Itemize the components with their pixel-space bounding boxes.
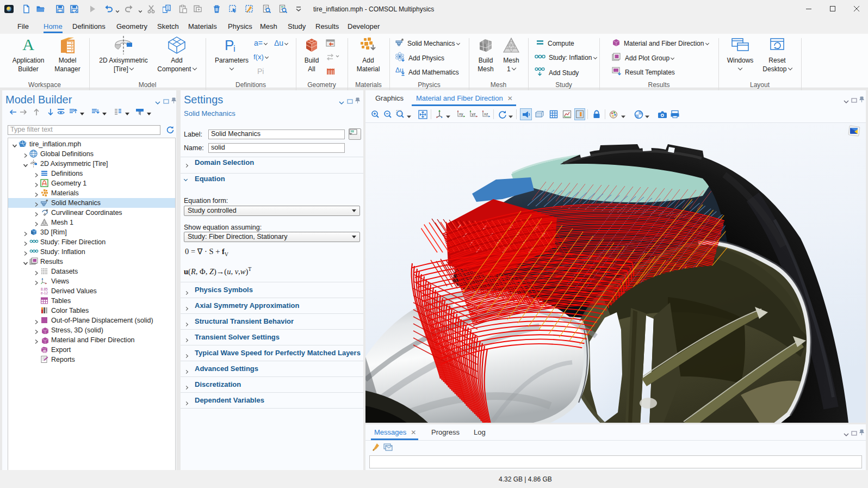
svg-text:yz: yz	[472, 112, 476, 116]
svg-text:8.85: 8.85	[41, 287, 48, 291]
svg-text:e-12: e-12	[41, 291, 48, 295]
svg-text:xy: xy	[459, 112, 463, 116]
svg-text:xz: xz	[484, 112, 488, 116]
svg-text:i: i	[233, 44, 235, 53]
svg-text:P: P	[225, 37, 234, 53]
svg-text:123: 123	[44, 350, 48, 353]
svg-text:A: A	[22, 36, 34, 53]
